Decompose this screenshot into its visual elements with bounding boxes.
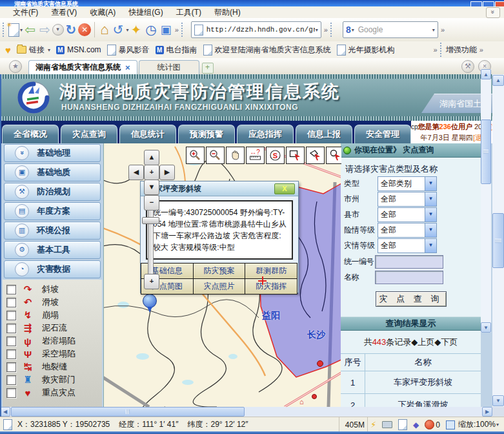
sidebar-item-base-geology[interactable]: ▣基础地质 bbox=[4, 163, 101, 181]
menu-file[interactable]: 文件(F) bbox=[13, 7, 38, 18]
scroll-left-icon[interactable]: ◀ bbox=[0, 407, 10, 417]
new-page-dropdown-icon[interactable]: ▾ bbox=[20, 27, 23, 33]
nav-disaster-query[interactable]: 灾点查询 bbox=[61, 125, 117, 143]
search-engine-dropdown-icon[interactable]: ▾ bbox=[352, 27, 354, 33]
favorites-heart-icon[interactable]: ♥ bbox=[5, 45, 11, 56]
nav-province-overview[interactable]: 全省概况 bbox=[2, 125, 59, 143]
scroll-down-icon[interactable]: ▼ bbox=[481, 322, 491, 333]
layer-checkbox[interactable] bbox=[6, 388, 16, 398]
layer-checkbox[interactable] bbox=[6, 311, 16, 320]
scroll-thumb[interactable] bbox=[481, 119, 491, 184]
chevron-down-icon[interactable]: ▼ bbox=[425, 208, 436, 222]
new-page-icon[interactable]: ✳ bbox=[8, 23, 19, 37]
scroll-up-icon[interactable]: ▲ bbox=[492, 75, 504, 86]
pan-tool[interactable] bbox=[226, 147, 245, 164]
zoom-dropdown-icon[interactable]: ▾ bbox=[496, 422, 499, 428]
close-button[interactable] bbox=[495, 1, 504, 6]
layer-checkbox[interactable] bbox=[6, 336, 16, 346]
pan-center-button[interactable]: + bbox=[144, 165, 159, 180]
menu-tools[interactable]: 工具(T) bbox=[176, 7, 201, 18]
layer-checkbox[interactable] bbox=[6, 375, 16, 385]
toolbar-grip[interactable] bbox=[3, 23, 6, 37]
menu-collapse-button[interactable]: » bbox=[486, 7, 500, 18]
map-canvas[interactable]: ↔? S ▲ ◀ + ▶ ▼ − + bbox=[103, 143, 341, 407]
search-dropdown-icon[interactable]: ▾ bbox=[432, 27, 435, 33]
link-radio[interactable]: M电台指南 bbox=[156, 45, 197, 56]
query-button[interactable]: 灾 点 查 询 bbox=[376, 291, 447, 307]
select-rectangle-tool[interactable] bbox=[286, 147, 305, 164]
zoom-level[interactable]: 缩放:100% bbox=[458, 419, 496, 430]
layer-checkbox[interactable] bbox=[6, 362, 16, 372]
undo-icon[interactable]: ↺ bbox=[113, 23, 124, 37]
boost-bolt-icon[interactable]: ⚡ bbox=[370, 420, 376, 429]
tabbar-wrench-icon[interactable]: ⚒ bbox=[461, 60, 474, 73]
popup-titlebar[interactable]: 车家坪变形斜坡 X bbox=[141, 181, 298, 196]
tab-star-icon[interactable]: ★ bbox=[9, 60, 22, 73]
chevron-down-icon[interactable]: ▼ bbox=[425, 177, 436, 191]
scroll-right-icon[interactable]: ▶ bbox=[482, 407, 492, 417]
new-window-icon[interactable] bbox=[398, 419, 407, 430]
menu-help[interactable]: 帮助(H) bbox=[214, 7, 241, 18]
nav-security-management[interactable]: 安全管理 bbox=[354, 125, 411, 143]
home-icon[interactable]: ⌂ bbox=[100, 23, 108, 37]
type-select[interactable]: 全部类别▼ bbox=[378, 176, 437, 191]
county-select[interactable]: 全部▼ bbox=[378, 207, 437, 222]
searchbar-grip[interactable] bbox=[330, 23, 334, 37]
stop-icon[interactable]: ✕ bbox=[78, 23, 91, 36]
panel-scrollbar[interactable]: ▲ ▼ bbox=[481, 69, 491, 333]
tab-geohazard-system[interactable]: 湖南省地质灾害信息系统 × bbox=[28, 60, 137, 75]
result-row-link[interactable]: 车家坪变形斜坡 bbox=[365, 371, 481, 394]
address-text[interactable]: http://dzzh.hndh.gov.cn/gr bbox=[207, 26, 315, 34]
result-row-link[interactable]: 下岩角溪滑坡 bbox=[365, 394, 481, 407]
prev-page-link[interactable]: ◆上页 bbox=[411, 337, 434, 347]
scroll-thumb[interactable] bbox=[11, 407, 245, 417]
scale-tool[interactable]: S bbox=[266, 147, 285, 164]
chevron-down-icon[interactable]: ▼ bbox=[425, 192, 436, 206]
nav-forecast-warning[interactable]: 预测预警 bbox=[178, 125, 235, 143]
sidebar-item-prevention-planning[interactable]: ⚒防治规划 bbox=[4, 183, 101, 201]
search-placeholder[interactable]: Google bbox=[358, 25, 432, 34]
blocked-popup-icon[interactable] bbox=[425, 420, 434, 429]
horizontal-scrollbar[interactable]: ◀ ▶ bbox=[0, 407, 492, 417]
address-dropdown-icon[interactable]: ▾ bbox=[316, 27, 318, 33]
chevron-down-icon[interactable]: ▼ bbox=[425, 239, 436, 253]
forward-icon[interactable]: ⇨ bbox=[39, 23, 50, 37]
chevron-down-icon[interactable]: ▼ bbox=[425, 223, 436, 237]
sidebar-item-environment-bulletin[interactable]: ▥环境公报 bbox=[4, 222, 101, 240]
plugins-label[interactable]: 增强功能 bbox=[446, 45, 477, 56]
refresh-icon[interactable]: ↻ bbox=[66, 23, 77, 37]
printer-icon[interactable] bbox=[382, 421, 392, 428]
layer-checkbox[interactable] bbox=[6, 324, 16, 333]
prevention-plan-button[interactable]: 防灾预案 bbox=[193, 263, 246, 279]
plugins-grip[interactable] bbox=[440, 43, 443, 57]
tab-statistics[interactable]: 统计图 bbox=[139, 60, 199, 75]
layer-checkbox[interactable] bbox=[6, 349, 16, 359]
search-overflow-icon[interactable]: » bbox=[441, 26, 445, 34]
unified-id-input[interactable] bbox=[375, 255, 443, 269]
zoom-out-tool[interactable] bbox=[206, 147, 225, 164]
resize-page-icon[interactable] bbox=[446, 420, 455, 429]
city-select[interactable]: 全部▼ bbox=[378, 192, 437, 207]
scroll-thumb[interactable] bbox=[492, 213, 504, 268]
window-titlebar[interactable]: 湖南省地质灾害信息系统 bbox=[0, 0, 504, 6]
name-input[interactable] bbox=[375, 271, 443, 284]
sidebar-item-basic-tools[interactable]: ⚙基本工具 bbox=[4, 241, 101, 259]
search-engine-icon[interactable]: 8 bbox=[346, 25, 351, 35]
scroll-up-icon[interactable]: ▲ bbox=[481, 69, 491, 79]
undo-dropdown-icon[interactable]: ▾ bbox=[126, 27, 128, 33]
zoom-slider-handle[interactable] bbox=[142, 217, 159, 224]
measure-tool[interactable]: ↔? bbox=[246, 147, 265, 164]
plugins-overflow-icon[interactable]: » bbox=[479, 46, 483, 54]
link-baofeng[interactable]: 暴风影音 bbox=[107, 45, 150, 56]
zoom-plus-button[interactable]: + bbox=[144, 274, 159, 289]
window-panel-icon[interactable]: ▣ bbox=[161, 23, 172, 37]
sidebar-item-base-geography[interactable]: »基础地理 bbox=[4, 144, 101, 162]
back-icon[interactable]: ⇦ bbox=[25, 23, 35, 37]
disaster-level-select[interactable]: 全部▼ bbox=[378, 238, 437, 253]
addressbar-grip[interactable] bbox=[181, 23, 185, 37]
disaster-command-button[interactable]: 防灾指挥 bbox=[245, 278, 297, 294]
scroll-down-icon[interactable]: ▼ bbox=[492, 395, 504, 406]
zoom-minus-button[interactable]: − bbox=[144, 195, 159, 211]
history-clock-icon[interactable]: ◷ bbox=[145, 23, 156, 37]
sidebar-item-annual-plan[interactable]: ▤年度方案 bbox=[4, 202, 101, 220]
